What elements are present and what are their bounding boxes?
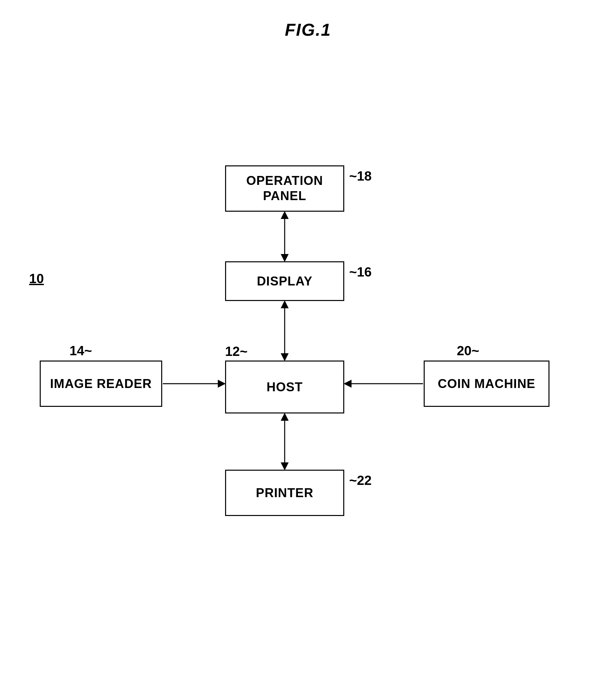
ref-operation-panel: ~18	[349, 169, 372, 184]
ref-printer: ~22	[349, 473, 372, 488]
svg-marker-11	[281, 462, 289, 471]
image-reader-box: IMAGE READER	[40, 361, 162, 407]
svg-marker-7	[218, 380, 226, 388]
ref-coin-machine: 20~	[457, 343, 479, 358]
printer-box: PRINTER	[225, 470, 344, 516]
arrows-svg	[0, 0, 616, 687]
svg-marker-1	[281, 254, 289, 262]
display-box: DISPLAY	[225, 261, 344, 301]
svg-marker-5	[281, 300, 289, 308]
ref-host: 12~	[225, 344, 248, 359]
svg-marker-12	[281, 413, 289, 421]
svg-marker-4	[281, 353, 289, 361]
system-label: 10	[29, 271, 44, 286]
svg-marker-9	[344, 380, 352, 388]
svg-marker-2	[281, 211, 289, 219]
host-box: HOST	[225, 361, 344, 413]
figure-title: FIG.1	[285, 20, 331, 40]
ref-image-reader: 14~	[69, 343, 92, 358]
ref-display: ~16	[349, 265, 372, 279]
diagram-container: FIG.1 10 OPERATION PANEL	[0, 0, 616, 687]
operation-panel-box: OPERATION PANEL	[225, 165, 344, 212]
coin-machine-box: COIN MACHINE	[424, 361, 549, 407]
